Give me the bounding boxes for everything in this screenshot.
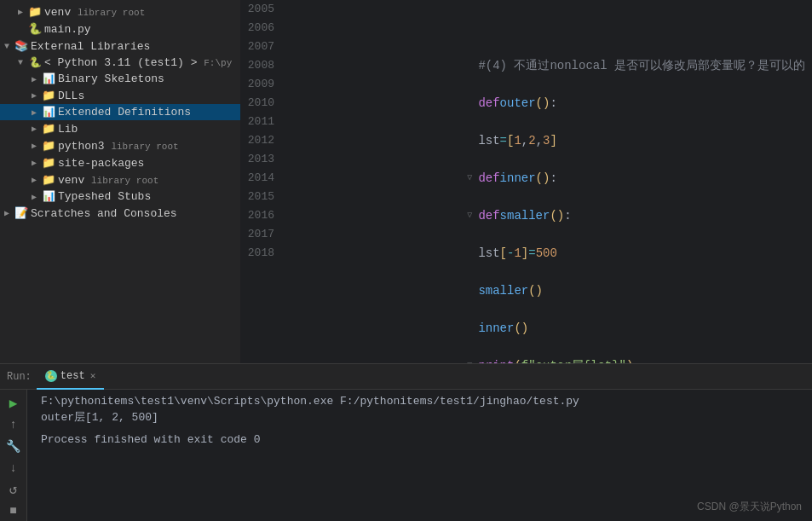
scroll-up-button[interactable]: ↑ <box>2 414 26 434</box>
syntax-code[interactable]: #(4) 不通过nonlocal 是否可以修改局部变量呢？是可以的 def ou… <box>454 0 812 363</box>
chevron-down-icon: ▼ <box>14 58 27 67</box>
python-run-icon: 🐍 <box>45 370 57 382</box>
sidebar-item-label: Scratches and Consoles <box>31 207 177 220</box>
sidebar-item-site-packages[interactable]: ▶ 📁 site-packages <box>0 154 240 171</box>
chevron-down-icon: ▼ <box>0 42 14 51</box>
scratches-icon: 📝 <box>14 206 29 220</box>
panel-tab-bar: Run: 🐍 test ✕ <box>0 364 812 390</box>
chevron-right-icon: ▶ <box>14 7 27 17</box>
sidebar-item-label: External Libraries <box>31 40 150 53</box>
bar-chart-icon: 📊 <box>41 190 56 203</box>
chevron-right-icon: ▶ <box>27 90 41 101</box>
file-tree: ▶ 📁 venv library root 🐍 main.py ▼ 📚 Exte… <box>0 0 240 363</box>
folder-icon: 📁 <box>41 122 56 136</box>
sidebar-item-extended-definitions[interactable]: ▶ 📊 Extended Definitions <box>0 104 240 120</box>
chevron-right-icon: ▶ <box>27 107 41 118</box>
sidebar-item-label: python3 library root <box>58 140 179 153</box>
folder-icon: 📁 <box>41 173 56 187</box>
sidebar-item-external-libraries[interactable]: ▼ 📚 External Libraries <box>0 38 240 55</box>
sidebar-item-label: main.py <box>44 23 91 36</box>
tab-label: test <box>60 370 85 382</box>
sidebar-item-label: Typeshed Stubs <box>58 190 151 203</box>
folder-icon: 📁 <box>41 89 56 102</box>
code-line-2008: def outer(): <box>461 94 805 113</box>
bar-chart-icon: 📊 <box>41 106 56 119</box>
close-tab-button[interactable]: ✕ <box>90 370 96 381</box>
stop-button[interactable]: ■ <box>2 501 26 521</box>
chevron-right-icon: ▶ <box>27 141 41 151</box>
code-line-2011: ▽ def smaller(): <box>461 206 805 225</box>
chevron-right-icon: ▶ <box>27 175 41 185</box>
sidebar-item-label: DLLs <box>58 90 84 102</box>
panel-action-bar: ▶ ↑ 🔧 ↓ ↺ ■ <box>0 390 27 521</box>
sidebar-item-venv-root[interactable]: ▶ 📁 venv library root <box>0 3 240 20</box>
sidebar-item-lib[interactable]: ▶ 📁 Lib <box>0 120 240 137</box>
chevron-right-icon: ▶ <box>27 158 41 168</box>
code-line-2009: lst = [1,2,3] <box>461 131 805 150</box>
library-icon: 📚 <box>14 39 29 53</box>
sidebar-item-main-py[interactable]: 🐍 main.py <box>0 20 240 38</box>
sidebar-item-label: Lib <box>58 123 78 136</box>
sidebar-item-label: venv library root <box>44 6 145 19</box>
sidebar-item-venv2[interactable]: ▶ 📁 venv library root <box>0 171 240 188</box>
code-line-2014: inner() <box>461 319 805 338</box>
run-output-area: F:\pythonitems\test1\venv\Scripts\python… <box>27 390 812 521</box>
chevron-right-icon: ▶ <box>0 208 14 218</box>
tab-test[interactable]: 🐍 test ✕ <box>37 364 104 390</box>
sidebar-item-label: Binary Skeletons <box>58 72 164 85</box>
chevron-right-icon: ▶ <box>27 74 41 84</box>
chevron-right-icon: ▶ <box>27 192 41 202</box>
code-line-2007: #(4) 不通过nonlocal 是否可以修改局部变量呢？是可以的 <box>461 56 805 75</box>
python-icon: 🐍 <box>27 56 43 69</box>
watermark: CSDN @景天说Python <box>697 500 802 514</box>
run-button[interactable]: ▶ <box>2 393 26 413</box>
run-finished-line: Process finished with exit code 0 <box>41 433 798 446</box>
panel-body: ▶ ↑ 🔧 ↓ ↺ ■ F:\pythonitems\test1\venv\Sc… <box>0 390 812 521</box>
sidebar-item-python3[interactable]: ▶ 📁 python3 library root <box>0 137 240 154</box>
sidebar-item-label: venv library root <box>58 174 158 187</box>
python-file-icon: 🐍 <box>27 22 43 36</box>
scroll-down-button[interactable]: ↓ <box>2 458 26 478</box>
code-editor: 2005 2006 2007 2008 2009 2010 2011 2012 … <box>240 0 812 363</box>
sidebar-item-scratches[interactable]: ▶ 📝 Scratches and Consoles <box>0 205 240 222</box>
sidebar-item-label: < Python 3.11 (test1) > F:\py <box>44 56 232 69</box>
run-output-line: outer层[1, 2, 500] <box>41 409 798 425</box>
sidebar-item-dlls[interactable]: ▶ 📁 DLLs <box>0 87 240 104</box>
folder-icon: 📁 <box>27 5 43 19</box>
run-command-line: F:\pythonitems\test1\venv\Scripts\python… <box>41 395 798 408</box>
bar-chart-icon: 📊 <box>41 72 56 85</box>
code-line-2013: smaller() <box>461 281 805 300</box>
sidebar-item-typeshed-stubs[interactable]: ▶ 📊 Typeshed Stubs <box>0 188 240 205</box>
code-line-2015: ▽ print(f"outer层{lst}") <box>461 356 805 363</box>
settings-button[interactable]: 🔧 <box>2 437 26 456</box>
code-line-2012: lst[-1] = 500 <box>461 244 805 263</box>
sidebar-item-label: site-packages <box>58 157 144 170</box>
rerun-button[interactable]: ↺ <box>2 479 26 499</box>
chevron-right-icon: ▶ <box>27 124 41 134</box>
folder-icon: 📁 <box>41 156 56 170</box>
sidebar-item-binary-skeletons[interactable]: ▶ 📊 Binary Skeletons <box>0 71 240 87</box>
sidebar-item-label: Extended Definitions <box>58 106 191 119</box>
run-panel: Run: 🐍 test ✕ ▶ ↑ 🔧 ↓ ↺ ■ F:\pythonitems… <box>0 363 812 521</box>
folder-icon: 📁 <box>41 139 56 153</box>
run-label: Run: <box>7 371 32 383</box>
code-lines[interactable] <box>285 0 454 363</box>
sidebar-item-python-311[interactable]: ▼ 🐍 < Python 3.11 (test1) > F:\py <box>0 55 240 71</box>
code-area: 2005 2006 2007 2008 2009 2010 2011 2012 … <box>240 0 812 363</box>
line-numbers: 2005 2006 2007 2008 2009 2010 2011 2012 … <box>240 0 285 363</box>
code-line-2010: ▽ def inner(): <box>461 169 805 188</box>
